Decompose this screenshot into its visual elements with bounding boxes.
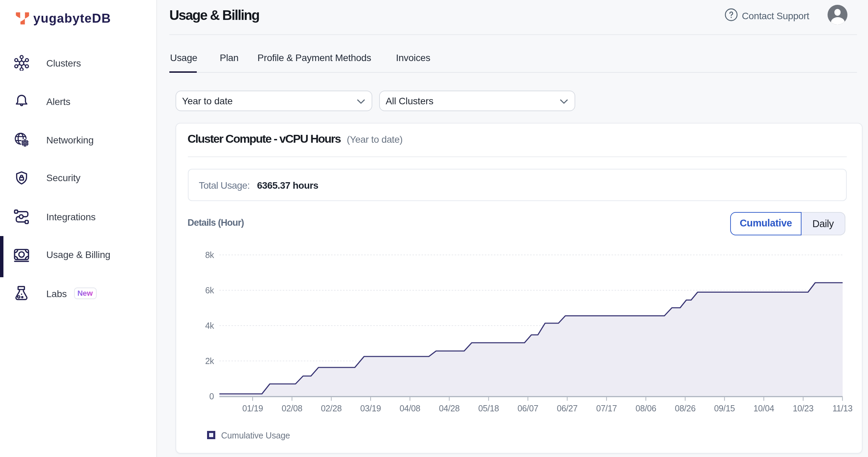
svg-text:6k: 6k (205, 285, 214, 295)
svg-text:05/18: 05/18 (478, 403, 499, 413)
svg-text:4k: 4k (205, 321, 214, 330)
svg-text:02/08: 02/08 (281, 403, 302, 413)
svg-text:11/13: 11/13 (832, 403, 853, 413)
svg-text:07/17: 07/17 (596, 403, 617, 413)
svg-text:0: 0 (209, 391, 214, 401)
svg-text:08/26: 08/26 (675, 403, 696, 413)
svg-text:01/19: 01/19 (242, 403, 263, 413)
svg-text:2k: 2k (205, 356, 214, 366)
svg-text:8k: 8k (205, 250, 214, 260)
svg-text:09/15: 09/15 (714, 403, 735, 413)
svg-text:04/08: 04/08 (400, 403, 421, 413)
svg-text:04/28: 04/28 (439, 403, 460, 413)
svg-text:08/06: 08/06 (636, 403, 656, 413)
svg-text:06/27: 06/27 (557, 403, 578, 413)
svg-text:03/19: 03/19 (360, 403, 381, 413)
svg-text:06/07: 06/07 (518, 403, 539, 413)
svg-text:02/28: 02/28 (321, 403, 342, 413)
svg-text:10/04: 10/04 (754, 403, 774, 413)
svg-text:10/23: 10/23 (793, 403, 814, 413)
